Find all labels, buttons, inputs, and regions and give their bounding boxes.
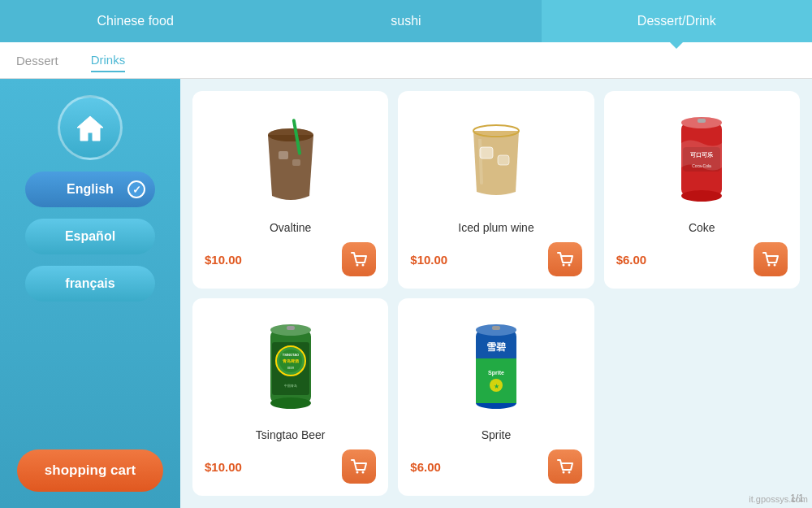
svg-point-36: [362, 471, 365, 474]
svg-rect-4: [279, 151, 288, 159]
home-icon: [74, 111, 106, 144]
svg-text:Coca-Cola: Coca-Cola: [693, 163, 712, 168]
product-name-tsingtao-beer: Tsingtao Beer: [256, 428, 326, 441]
sub-navigation: Dessert Drinks: [0, 42, 812, 79]
svg-point-21: [767, 264, 770, 267]
lang-english-button[interactable]: English ✓: [25, 172, 155, 207]
svg-rect-5: [292, 159, 300, 166]
product-image-iced-plum-wine: [410, 103, 581, 215]
svg-text:★: ★: [493, 383, 499, 390]
product-card-sprite: 雪碧 Sprite ★ Sprite $6.00: [398, 298, 594, 496]
tab-sushi[interactable]: sushi: [270, 0, 541, 42]
product-price-tsingtao-beer: $10.00: [205, 460, 242, 474]
svg-point-2: [268, 128, 313, 141]
product-price-sprite: $6.00: [410, 460, 441, 474]
product-image-sprite: 雪碧 Sprite ★: [410, 310, 581, 422]
add-to-cart-sprite[interactable]: [548, 449, 582, 484]
svg-text:中国青岛: 中国青岛: [284, 384, 297, 388]
product-card-iced-plum-wine: Iced plum wine $10.00: [398, 91, 594, 289]
product-name-coke: Coke: [689, 221, 715, 234]
product-price-ovaltine: $10.00: [205, 253, 242, 267]
svg-point-22: [773, 264, 775, 267]
product-footer-sprite: $6.00: [410, 449, 581, 484]
product-footer-iced-plum-wine: $10.00: [410, 242, 581, 276]
check-icon: ✓: [127, 180, 145, 198]
product-card-empty: [604, 298, 800, 496]
svg-text:Sprite: Sprite: [488, 370, 504, 376]
product-price-coke: $6.00: [616, 253, 647, 267]
home-button[interactable]: [58, 95, 123, 160]
lang-francais-button[interactable]: français: [25, 266, 155, 302]
svg-rect-41: [492, 326, 500, 330]
svg-text:青岛啤酒: 青岛啤酒: [283, 358, 299, 363]
svg-marker-0: [77, 116, 103, 141]
cart-icon: [350, 250, 368, 268]
svg-rect-27: [287, 326, 295, 330]
product-image-tsingtao-beer: TSINGTAO 青岛啤酒 BEER 中国青岛: [205, 310, 376, 422]
tab-dessert-drink[interactable]: Dessert/Drink: [542, 0, 812, 42]
sidebar: English ✓ Español français shopping cart: [0, 79, 180, 508]
svg-rect-9: [498, 155, 509, 165]
product-footer-ovaltine: $10.00: [205, 242, 376, 276]
product-grid: Ovaltine $10.00: [180, 79, 812, 508]
svg-point-35: [356, 471, 359, 474]
svg-point-15: [681, 190, 722, 202]
sub-tab-drinks[interactable]: Drinks: [91, 49, 126, 72]
cart-icon: [556, 458, 574, 475]
svg-point-12: [568, 264, 570, 267]
svg-rect-17: [698, 119, 706, 123]
cart-icon: [556, 250, 574, 268]
product-footer-coke: $6.00: [616, 242, 788, 276]
product-price-iced-plum-wine: $10.00: [410, 253, 447, 267]
add-to-cart-ovaltine[interactable]: [342, 242, 376, 276]
shopping-cart-button[interactable]: shopping cart: [17, 449, 163, 492]
lang-espanol-button[interactable]: Español: [25, 219, 155, 254]
svg-point-25: [270, 397, 311, 409]
product-name-sprite: Sprite: [482, 428, 512, 441]
product-name-iced-plum-wine: Iced plum wine: [458, 221, 533, 234]
add-to-cart-iced-plum-wine[interactable]: [548, 242, 582, 276]
product-card-tsingtao-beer: TSINGTAO 青岛啤酒 BEER 中国青岛 Tsingtao Beer $1…: [192, 298, 388, 496]
svg-point-48: [562, 471, 564, 474]
svg-point-7: [362, 264, 365, 267]
svg-point-49: [568, 471, 570, 474]
main-layout: English ✓ Español français shopping cart: [0, 79, 812, 508]
svg-rect-43: [476, 393, 516, 403]
cart-icon: [762, 250, 780, 268]
top-navigation: Chinese food sushi Dessert/Drink: [0, 0, 812, 42]
product-name-ovaltine: Ovaltine: [270, 221, 311, 234]
product-footer-tsingtao-beer: $10.00: [205, 449, 376, 484]
product-card-ovaltine: Ovaltine $10.00: [192, 91, 388, 289]
cart-icon: [350, 458, 368, 475]
add-to-cart-coke[interactable]: [754, 242, 788, 276]
add-to-cart-tsingtao-beer[interactable]: [342, 449, 376, 484]
page-indicator: 1/1: [790, 493, 804, 504]
svg-point-6: [356, 264, 359, 267]
sub-tab-dessert[interactable]: Dessert: [16, 50, 58, 72]
svg-text:可口可乐: 可口可乐: [690, 151, 713, 158]
product-image-ovaltine: [205, 103, 376, 215]
svg-text:TSINGTAO: TSINGTAO: [282, 353, 298, 357]
svg-text:BEER: BEER: [287, 367, 295, 370]
product-card-coke: 可口可乐 Coca-Cola Coke $6.00: [604, 91, 800, 289]
tab-chinese-food[interactable]: Chinese food: [0, 0, 270, 42]
svg-text:雪碧: 雪碧: [486, 341, 506, 353]
product-image-coke: 可口可乐 Coca-Cola: [616, 103, 788, 215]
svg-point-11: [562, 264, 564, 267]
